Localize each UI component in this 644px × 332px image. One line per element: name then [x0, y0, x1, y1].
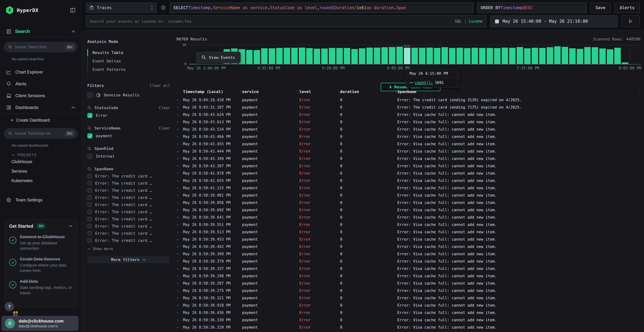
table-row[interactable]: > May 26 8:50:43.307 PM payment Error 0 …	[176, 162, 644, 170]
histogram-bar[interactable]	[351, 45, 358, 64]
histogram-bar[interactable]	[607, 45, 613, 64]
histogram-bar[interactable]	[509, 45, 516, 64]
table-row[interactable]: > May 26 8:50:36.329 PM payment Error 0 …	[176, 324, 644, 331]
search-icon[interactable]	[87, 106, 92, 110]
checkbox-checked[interactable]	[87, 113, 92, 118]
table-row[interactable]: > May 26 8:50:39.121 PM payment Error 0 …	[176, 294, 644, 302]
column-resize-handle[interactable]: ⋮	[296, 90, 299, 94]
table-row[interactable]: > May 26 8:50:39.901 PM payment Error 0 …	[176, 192, 644, 199]
row-expand-chevron-icon[interactable]: >	[176, 245, 180, 248]
table-row[interactable]: > May 26 8:50:39.442 PM payment Error 0 …	[176, 243, 644, 250]
view-events-button[interactable]: View Events	[196, 52, 240, 63]
row-expand-chevron-icon[interactable]: >	[176, 296, 180, 300]
checkbox-unchecked[interactable]	[87, 154, 92, 159]
more-filters-button[interactable]: More filters	[87, 256, 170, 263]
row-expand-chevron-icon[interactable]: >	[176, 208, 180, 212]
table-row[interactable]: > May 26 8:50:42.655 PM payment Error 0 …	[176, 177, 644, 184]
column-resize-handle[interactable]: ⋮	[337, 90, 340, 94]
col-service[interactable]: ⋮service	[239, 87, 296, 96]
histogram-bar[interactable]	[577, 45, 583, 64]
histogram-bar[interactable]	[494, 45, 500, 64]
checkbox-checked[interactable]	[87, 133, 92, 138]
row-expand-chevron-icon[interactable]: >	[176, 304, 180, 307]
time-range-picker[interactable]: May 26 15:40:00 - May 26 21:10:00	[490, 16, 618, 27]
checkbox-unchecked[interactable]	[87, 181, 92, 186]
clear-all-button[interactable]: Clear all	[150, 84, 170, 88]
mode-lucene-toggle[interactable]: Lucene	[469, 19, 482, 24]
table-row[interactable]: > May 26 8:50:41.115 PM payment Error 0 …	[176, 184, 644, 192]
sidebar-item-alerts[interactable]: Alerts	[0, 78, 82, 90]
row-expand-chevron-icon[interactable]: >	[176, 164, 180, 168]
table-row[interactable]: > May 26 9:03:31.187 PM payment Error 0 …	[176, 104, 644, 111]
histogram-bar[interactable]	[404, 45, 410, 64]
table-row[interactable]: > May 26 9:04:18.410 PM payment Error 0 …	[176, 96, 644, 104]
preset-clickhouse[interactable]: ClickHouse	[0, 157, 82, 166]
checkbox-unchecked[interactable]	[87, 231, 92, 236]
checkbox-unchecked[interactable]	[87, 195, 92, 200]
histogram-bar[interactable]	[517, 45, 523, 64]
histogram-bar[interactable]	[412, 45, 418, 64]
sidebar-collapse-icon[interactable]	[70, 7, 76, 13]
user-menu[interactable]: D dale@clickhouse.com dale@clickhouse.co…	[2, 316, 78, 331]
row-expand-chevron-icon[interactable]: >	[176, 179, 180, 182]
histogram-bar[interactable]	[562, 45, 568, 64]
table-row[interactable]: > May 26 8:50:43.466 PM payment Error 0 …	[176, 133, 644, 140]
histogram-bar[interactable]	[502, 45, 508, 64]
histogram-plot[interactable]	[190, 45, 641, 64]
table-row[interactable]: > May 26 8:50:39.856 PM payment Error 0 …	[176, 199, 644, 206]
saved-searches-input[interactable]: Saved Searches ⌘K	[4, 42, 78, 52]
histogram-bar[interactable]	[246, 45, 252, 64]
row-expand-chevron-icon[interactable]: >	[176, 157, 180, 160]
denoise-results-checkbox[interactable]: Denoise Results	[87, 92, 170, 98]
table-row[interactable]: > May 26 8:50:43.444 PM payment Error 0 …	[176, 148, 644, 155]
sql-select-input[interactable]: SELECT Timestamp, ServiceName as service…	[170, 2, 473, 13]
histogram-bar[interactable]	[592, 45, 598, 64]
filter-option-spanname[interactable]: Error: The credit card …	[87, 188, 170, 193]
row-expand-chevron-icon[interactable]: >	[176, 142, 180, 146]
table-row[interactable]: > May 26 8:50:39.692 PM payment Error 0 …	[176, 206, 644, 214]
histogram-bar[interactable]	[374, 45, 380, 64]
histogram-bar[interactable]	[479, 45, 486, 64]
row-expand-chevron-icon[interactable]: >	[176, 128, 180, 131]
histogram-bar[interactable]	[614, 45, 621, 64]
chevron-up-icon[interactable]	[69, 225, 73, 227]
create-dashboard-button[interactable]: + Create Dashboard	[0, 115, 82, 126]
histogram-bar[interactable]	[389, 45, 395, 64]
clear-statuscode-button[interactable]: Clear	[159, 106, 170, 110]
table-row[interactable]: > May 26 8:50:43.534 PM payment Error 0 …	[176, 126, 644, 133]
histogram-bar[interactable]	[269, 45, 275, 64]
alerts-button[interactable]: Alerts	[614, 2, 640, 13]
histogram-bar[interactable]	[299, 45, 305, 64]
histogram-bar[interactable]	[254, 45, 260, 64]
saved-dashboards-input[interactable]: Saved Dashboards ⌘K	[4, 128, 78, 139]
row-expand-chevron-icon[interactable]: >	[176, 186, 180, 190]
histogram-bar[interactable]	[442, 45, 448, 64]
row-expand-chevron-icon[interactable]: >	[176, 289, 180, 292]
row-expand-chevron-icon[interactable]: >	[176, 267, 180, 270]
filter-option-spanname[interactable]: Error: The credit card …	[87, 224, 170, 228]
row-expand-chevron-icon[interactable]: >	[176, 150, 180, 153]
row-expand-chevron-icon[interactable]: >	[176, 274, 180, 278]
histogram-bar[interactable]	[464, 45, 470, 64]
checkbox-unchecked[interactable]	[87, 188, 92, 193]
checkbox-unchecked[interactable]	[87, 210, 92, 214]
filter-option-payment[interactable]: payment	[87, 133, 170, 138]
row-expand-chevron-icon[interactable]: >	[176, 98, 180, 102]
source-select[interactable]: Traces	[86, 2, 157, 13]
histogram-bar[interactable]	[276, 45, 283, 64]
row-expand-chevron-icon[interactable]: >	[176, 318, 180, 322]
histogram-bar[interactable]	[532, 45, 538, 64]
row-expand-chevron-icon[interactable]: >	[176, 194, 180, 197]
table-row[interactable]: > May 26 8:50:39.287 PM payment Error 0 …	[176, 280, 644, 287]
filter-option-error[interactable]: Error	[87, 113, 170, 118]
histogram-bar[interactable]	[426, 45, 433, 64]
checkbox-unchecked[interactable]	[87, 92, 92, 98]
checkbox-unchecked[interactable]	[87, 224, 92, 228]
histogram-bar[interactable]	[382, 45, 388, 64]
table-row[interactable]: > May 26 8:50:39.551 PM payment Error 0 …	[176, 221, 644, 228]
table-row[interactable]: > May 26 8:50:43.613 PM payment Error 0 …	[176, 118, 644, 126]
row-expand-chevron-icon[interactable]: >	[176, 135, 180, 138]
row-expand-chevron-icon[interactable]: >	[176, 216, 180, 219]
search-icon[interactable]	[87, 126, 92, 130]
search-icon[interactable]	[87, 146, 92, 151]
